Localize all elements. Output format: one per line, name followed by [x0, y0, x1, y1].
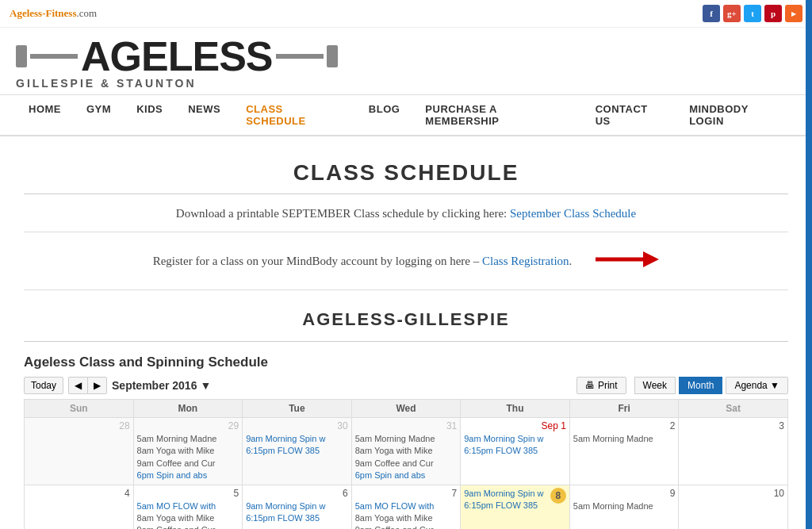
calendar-event[interactable]: 9am Coffee and Cur [355, 458, 442, 470]
section-heading: AGELESS-GILLESPIE [24, 301, 788, 342]
pinterest-icon[interactable]: p [764, 5, 782, 22]
calendar-event[interactable]: 5am MO FLOW with [137, 500, 224, 512]
calendar-event[interactable]: 6:15pm FLOW 385 [246, 445, 333, 457]
table-row: 89am Morning Spin w6:15pm FLOW 385 [461, 485, 570, 529]
calendar-event[interactable]: 8am Yoga with Mike [137, 512, 224, 524]
nav-home[interactable]: HOME [16, 95, 74, 123]
table-row: 4 [25, 485, 134, 529]
dumbbell-bar [30, 54, 78, 59]
facebook-icon[interactable]: f [703, 5, 720, 22]
calendar-grid: Sun Mon Tue Wed Thu Fri Sat 28295am Morn… [24, 399, 788, 529]
calendar-toolbar: Today ◀ ▶ September 2016 ▼ 🖶 Print Week … [24, 377, 788, 394]
day-number: 4 [28, 488, 130, 499]
calendar-event[interactable]: 9am Coffee and Cur [137, 524, 224, 529]
social-icons: f g+ t p ▸ [703, 5, 802, 22]
today-num: 8 [550, 488, 566, 504]
agenda-button[interactable]: Agenda ▼ [726, 377, 788, 394]
calendar-container: Ageless Class and Spinning Schedule Toda… [24, 355, 788, 529]
calendar-event[interactable]: 9am Morning Spin w [464, 433, 551, 445]
week-button[interactable]: Week [634, 377, 676, 394]
day-number: 9 [573, 488, 676, 499]
month-button[interactable]: Month [679, 377, 722, 394]
nav-blog[interactable]: BLOG [356, 95, 413, 123]
calendar-event[interactable]: 8am Yoga with Mike [355, 445, 442, 457]
table-row: 295am Morning Madne8am Yoga with Mike9am… [133, 418, 243, 485]
day-number: 3 [682, 420, 784, 431]
nav-purchase[interactable]: PURCHASE A MEMBERSHIP [412, 95, 582, 135]
divider1 [24, 232, 788, 232]
download-link[interactable]: September Class Schedule [510, 207, 636, 220]
table-row: 25am Morning Madne [569, 418, 679, 485]
day-number: 5 [137, 488, 239, 499]
day-number: 7 [355, 488, 458, 499]
col-mon: Mon [133, 400, 243, 418]
table-row: 10 [679, 485, 788, 529]
table-row: 309am Morning Spin w6:15pm FLOW 385 [243, 418, 352, 485]
day-number: 29 [137, 420, 239, 431]
nav-news[interactable]: NEWS [175, 95, 233, 123]
agenda-label: Agenda [734, 380, 767, 391]
svg-marker-1 [643, 251, 659, 267]
day-number: 2 [573, 420, 676, 431]
table-row: 55am MO FLOW with8am Yoga with Mike9am C… [133, 485, 243, 529]
logo-sub: GILLESPIE & STAUNTON [16, 77, 197, 90]
print-button[interactable]: 🖶 Print [576, 377, 626, 394]
nav-class-schedule[interactable]: CLASS SCHEDULE [233, 95, 356, 135]
register-link[interactable]: Class Registration [482, 255, 569, 267]
calendar-event[interactable]: 8am Yoga with Mike [137, 445, 224, 457]
month-text: September 2016 [112, 379, 197, 392]
today-button[interactable]: Today [24, 377, 63, 394]
red-arrow [588, 243, 659, 278]
domain: .com [77, 7, 98, 19]
calendar-event[interactable]: 6pm Spin and abs [137, 470, 224, 481]
dumbbell-bar2 [276, 54, 324, 59]
calendar-event[interactable]: 5am Morning Madne [137, 433, 224, 445]
calendar-event[interactable]: 9am Coffee and Cur [355, 524, 442, 529]
calendar-event[interactable]: 9am Morning Spin w [246, 433, 333, 445]
table-row: Sep 19am Morning Spin w6:15pm FLOW 385 [461, 418, 570, 485]
register-info: Register for a class on your MindBody ac… [153, 255, 573, 268]
calendar-event[interactable]: 9am Morning Spin w [464, 488, 550, 500]
nav-gym[interactable]: GYM [74, 95, 124, 123]
header: AGELESS GILLESPIE & STAUNTON [0, 28, 812, 95]
printer-icon: 🖶 [585, 380, 595, 391]
table-row: 69am Morning Spin w6:15pm FLOW 385 [243, 485, 352, 529]
calendar-event[interactable]: 6:15pm FLOW 385 [246, 512, 333, 524]
download-info: Download a printable SEPTEMBER Class sch… [24, 207, 788, 220]
col-fri: Fri [569, 400, 679, 418]
nav-mindbody[interactable]: MINDBODY LOGIN [676, 95, 796, 135]
download-text: Download a printable SEPTEMBER Class sch… [176, 207, 507, 220]
calendar-event[interactable]: 6:15pm FLOW 385 [464, 500, 550, 512]
calendar-event[interactable]: 5am Morning Madne [573, 500, 661, 512]
calendar-event[interactable]: 5am MO FLOW with [355, 500, 442, 512]
calendar-event[interactable]: 5am Morning Madne [355, 433, 442, 445]
table-row: 75am MO FLOW with8am Yoga with Mike9am C… [351, 485, 461, 529]
rss-icon[interactable]: ▸ [785, 5, 802, 22]
top-bar: Ageless-Fitness.com f g+ t p ▸ [0, 0, 812, 28]
nav-kids[interactable]: KIDS [124, 95, 175, 123]
calendar-event[interactable]: 8am Yoga with Mike [355, 512, 442, 524]
next-button[interactable]: ▶ [87, 377, 107, 394]
day-number: 31 [355, 420, 458, 431]
dropdown-icon: ▼ [200, 379, 211, 392]
table-row: 315am Morning Madne8am Yoga with Mike9am… [351, 418, 461, 485]
prev-button[interactable]: ◀ [68, 377, 87, 394]
print-label: Print [598, 380, 618, 391]
nav: HOME GYM KIDS NEWS CLASS SCHEDULE BLOG P… [0, 95, 812, 136]
day-number: 30 [246, 420, 348, 431]
table-row: 28 [25, 418, 134, 485]
calendar-event[interactable]: 6:15pm FLOW 385 [464, 445, 551, 457]
calendar-event[interactable]: 9am Morning Spin w [246, 500, 333, 512]
calendar-event[interactable]: 9am Coffee and Cur [137, 458, 224, 470]
col-tue: Tue [243, 400, 352, 418]
calendar-event[interactable]: 6pm Spin and abs [355, 470, 442, 481]
calendar-event[interactable]: 5am Morning Madne [573, 433, 661, 445]
day-number: Sep 1 [464, 420, 566, 431]
dumbbell-left [16, 45, 27, 67]
nav-contact[interactable]: CONTACT US [583, 95, 677, 135]
twitter-icon[interactable]: t [744, 5, 761, 22]
page-title: CLASS SCHEDULE [24, 152, 788, 194]
register-text: Register for a class on your MindBody ac… [153, 255, 480, 267]
googleplus-icon[interactable]: g+ [723, 5, 741, 22]
site-url: Ageless-Fitness.com [10, 7, 97, 20]
